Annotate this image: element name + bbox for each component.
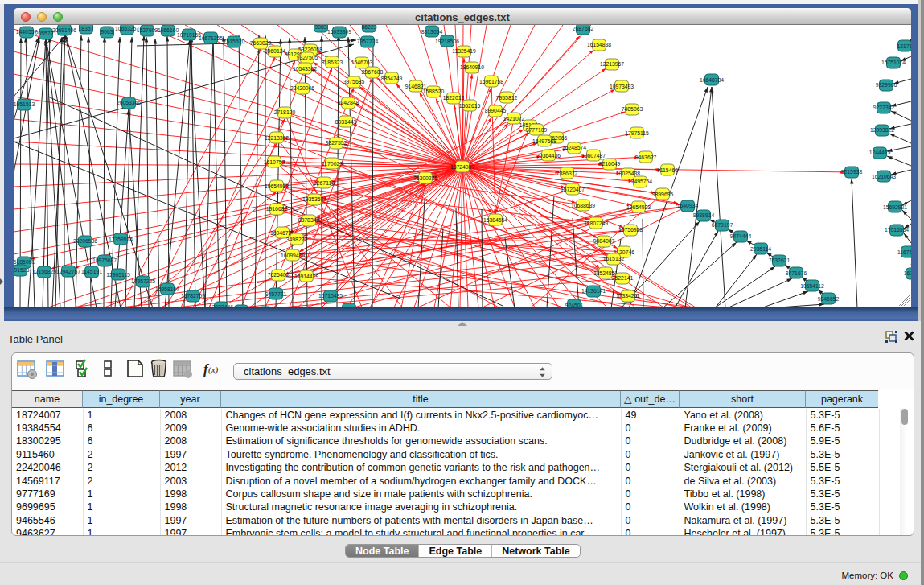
svg-text:15720407: 15720407: [561, 187, 585, 192]
svg-text:12156829: 12156829: [32, 269, 56, 274]
svg-text:17334261: 17334261: [616, 293, 640, 299]
svg-text:1822013: 1822013: [443, 95, 465, 101]
svg-text:16497568: 16497568: [532, 138, 556, 144]
svg-text:9115460: 9115460: [657, 167, 678, 173]
svg-text:1651513: 1651513: [14, 101, 35, 107]
svg-text:12213967: 12213967: [600, 61, 624, 67]
svg-text:7625402: 7625402: [268, 272, 290, 278]
svg-text:19654923: 19654923: [626, 204, 651, 210]
svg-text:16671355: 16671355: [199, 35, 223, 41]
svg-text:10654112: 10654112: [800, 283, 824, 289]
svg-text:6679197: 6679197: [712, 222, 733, 228]
svg-text:16099489: 16099489: [281, 253, 305, 258]
svg-text:8471676: 8471676: [786, 270, 807, 276]
svg-text:12171: 12171: [897, 43, 911, 49]
svg-text:3267110: 3267110: [314, 180, 335, 186]
svg-text:8216049: 8216049: [599, 161, 621, 167]
svg-text:26053346: 26053346: [117, 100, 141, 105]
svg-text:2522141: 2522141: [612, 275, 634, 281]
svg-text:22420046: 22420046: [290, 85, 314, 91]
svg-text:1170023: 1170023: [322, 161, 343, 167]
svg-text:1546763: 1546763: [351, 60, 373, 65]
svg-text:16914479: 16914479: [294, 274, 318, 279]
svg-text:20206536: 20206536: [73, 238, 97, 244]
svg-text:1615132: 1615132: [603, 256, 625, 262]
svg-text:9327505: 9327505: [297, 55, 318, 60]
svg-text:7357224: 7357224: [357, 39, 379, 44]
svg-text:8031443: 8031443: [335, 119, 357, 125]
svg-text:18357: 18357: [79, 26, 94, 31]
svg-text:9242848: 9242848: [338, 100, 359, 105]
svg-text:15751074: 15751074: [881, 60, 906, 65]
svg-text:16648784: 16648784: [700, 77, 724, 83]
svg-text:8813054: 8813054: [421, 29, 443, 35]
svg-text:9474444: 9474444: [730, 233, 752, 239]
svg-text:9063: 9063: [101, 29, 113, 35]
svg-text:19756928: 19756928: [618, 227, 643, 233]
svg-text:9827552: 9827552: [326, 140, 347, 146]
svg-text:7485063: 7485063: [622, 106, 643, 112]
svg-text:53226058: 53226058: [298, 47, 322, 52]
svg-text:10025438: 10025438: [616, 171, 640, 176]
svg-text:2935114: 2935114: [750, 246, 771, 252]
svg-text:15692921: 15692921: [883, 204, 907, 210]
svg-text:9899695: 9899695: [652, 192, 674, 197]
svg-text:7632621: 7632621: [769, 257, 791, 263]
svg-text:9777109: 9777109: [526, 127, 548, 133]
svg-text:10975687: 10975687: [92, 257, 117, 263]
svg-text:1440557: 1440557: [16, 29, 38, 35]
svg-text:12923446: 12923446: [209, 304, 233, 307]
svg-text:18724007: 18724007: [450, 164, 474, 170]
svg-text:7955812: 7955812: [496, 95, 518, 101]
svg-text:1640934: 1640934: [677, 203, 699, 208]
svg-text:1421072: 1421072: [503, 116, 525, 122]
svg-text:10719155: 10719155: [177, 32, 201, 38]
svg-text:3975685: 3975685: [343, 79, 365, 84]
svg-text:7386372: 7386372: [556, 171, 578, 176]
svg-text:1588520: 1588520: [423, 89, 445, 94]
svg-text:12213362: 12213362: [265, 135, 289, 141]
svg-text:17359924: 17359924: [109, 237, 133, 242]
svg-text:9329966: 9329966: [876, 82, 897, 88]
svg-text:904510: 904510: [340, 306, 359, 307]
svg-text:7515520: 7515520: [224, 39, 245, 44]
svg-text:9227342: 9227342: [873, 105, 895, 110]
svg-text:15710485: 15710485: [318, 293, 343, 299]
svg-text:12942757: 12942757: [56, 269, 80, 274]
svg-text:7663822: 7663822: [250, 40, 272, 46]
svg-text:10653257: 10653257: [115, 26, 139, 31]
svg-text:8215938: 8215938: [841, 169, 863, 175]
svg-text:8990445: 8990445: [485, 108, 507, 113]
svg-text:16033809: 16033809: [327, 29, 351, 35]
svg-text:8186323: 8186323: [322, 60, 343, 65]
svg-text:3960124: 3960124: [265, 48, 286, 54]
svg-text:17957225: 17957225: [131, 278, 155, 284]
svg-text:1916682: 1916682: [266, 206, 288, 212]
svg-text:9083: 9083: [314, 25, 326, 30]
svg-text:16154838: 16154838: [587, 42, 611, 47]
svg-text:1527602: 1527602: [137, 27, 158, 33]
svg-text:20364436: 20364436: [536, 153, 561, 159]
svg-text:1167533: 1167533: [897, 249, 911, 255]
svg-text:1610752: 1610752: [264, 159, 285, 165]
svg-text:1562615: 1562615: [459, 103, 481, 109]
svg-text:19218506: 19218506: [435, 39, 459, 44]
svg-text:12495754: 12495754: [628, 179, 652, 184]
svg-text:10958107: 10958107: [155, 286, 179, 292]
svg-text:12905115: 12905115: [106, 272, 130, 278]
svg-text:8854749: 8854749: [381, 76, 403, 81]
svg-text:(x): (x): [208, 365, 219, 375]
svg-text:19654933: 19654933: [265, 183, 289, 189]
svg-text:10688639: 10688639: [571, 203, 595, 208]
svg-text:1145191: 1145191: [81, 269, 102, 274]
svg-text:86223: 86223: [362, 25, 377, 30]
svg-text:2967608: 2967608: [362, 69, 384, 75]
svg-text:10973493: 10973493: [610, 84, 634, 89]
svg-text:16248574: 16248574: [562, 145, 586, 150]
svg-text:16961758: 16961758: [479, 79, 503, 84]
svg-text:2718120: 2718120: [274, 109, 296, 115]
svg-text:12093822: 12093822: [870, 127, 894, 133]
svg-text:924501: 924501: [565, 303, 584, 307]
svg-text:1244415: 1244415: [869, 150, 891, 155]
svg-text:9463627: 9463627: [635, 154, 657, 160]
